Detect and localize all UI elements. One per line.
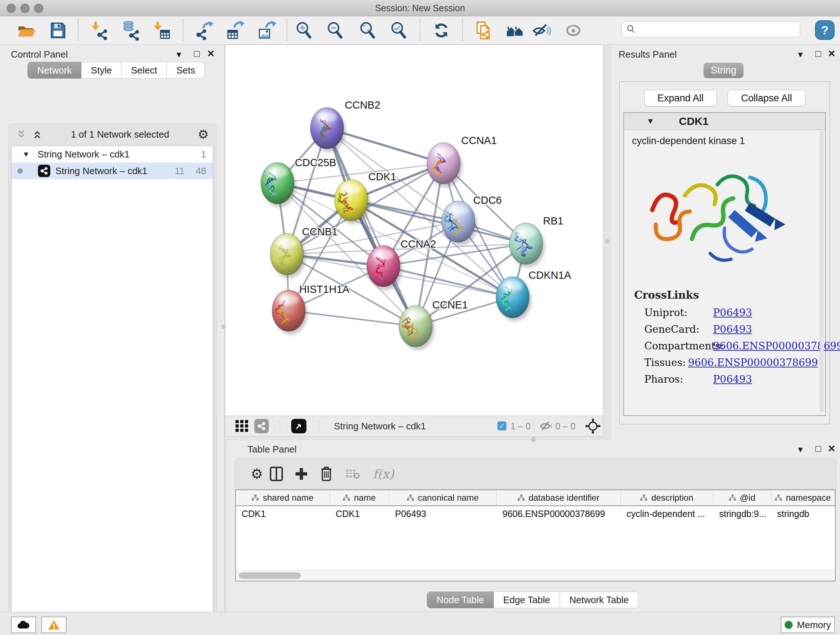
zoom-in-button[interactable] xyxy=(294,20,314,41)
help-button[interactable]: ? xyxy=(815,20,835,40)
network-node-CCNB2[interactable] xyxy=(310,108,346,152)
column-header-canonical-name[interactable]: canonical name xyxy=(389,490,497,505)
expand-all-button[interactable]: Expand All xyxy=(644,90,717,106)
table-tab-network-table[interactable]: Network Table xyxy=(560,592,638,608)
refresh-view-button[interactable] xyxy=(431,20,452,41)
bottom-splitter-handle[interactable] xyxy=(531,437,536,442)
selected-checkbox-icon[interactable]: ✓ xyxy=(497,421,507,431)
network-view[interactable]: CCNB2CCNA1CDC25BCDK1CDC6RB1CCNB1CCNA2CDK… xyxy=(225,44,603,437)
panel-maximize-button[interactable]: □ xyxy=(194,49,200,58)
delete-column-trash-icon[interactable] xyxy=(320,466,346,481)
scrollbar-thumb[interactable] xyxy=(239,572,301,579)
clone-network-button[interactable] xyxy=(473,20,494,41)
column-header-description[interactable]: description xyxy=(621,490,714,505)
column-header--id[interactable]: @id xyxy=(714,490,771,505)
table-cell[interactable]: P06493 xyxy=(389,506,497,521)
import-network-file-button[interactable] xyxy=(88,20,110,41)
zoom-fit-button[interactable] xyxy=(357,20,378,41)
tab-style[interactable]: Style xyxy=(81,62,122,79)
tab-sets[interactable]: Sets xyxy=(167,62,205,79)
string-query-button[interactable] xyxy=(505,20,526,41)
panel-maximize-button[interactable]: □ xyxy=(815,49,821,58)
panel-maximize-button[interactable]: □ xyxy=(815,444,821,453)
warning-status-button[interactable] xyxy=(41,616,66,633)
results-tab-string[interactable]: String xyxy=(704,63,744,78)
section-collapse-arrow-icon[interactable]: ▼ xyxy=(646,117,654,126)
table-tab-edge-table[interactable]: Edge Table xyxy=(494,592,560,608)
panel-float-button[interactable]: ▾ xyxy=(798,50,803,59)
network-node-CCNA2[interactable] xyxy=(367,245,402,290)
search-input[interactable] xyxy=(636,24,796,35)
pan-crosshair-icon[interactable] xyxy=(585,418,601,434)
column-header-database-identifier[interactable]: database identifier xyxy=(497,490,621,505)
panel-close-button[interactable]: ✕ xyxy=(828,49,836,58)
network-node-CDC6[interactable] xyxy=(442,201,477,245)
panel-close-button[interactable]: ✕ xyxy=(828,444,836,453)
export-network-button[interactable] xyxy=(194,20,215,41)
network-node-CDKN1A[interactable] xyxy=(496,277,531,321)
hide-unhide-button[interactable] xyxy=(531,20,552,41)
network-canvas[interactable]: CCNB2CCNA1CDC25BCDK1CDC6RB1CCNB1CCNA2CDK… xyxy=(225,45,603,416)
panel-close-button[interactable]: ✕ xyxy=(207,49,215,58)
show-columns-icon[interactable] xyxy=(270,466,295,481)
column-header-namespace[interactable]: namespace xyxy=(771,490,835,505)
column-header-name[interactable]: name xyxy=(330,490,389,505)
expand-all-networks-icon[interactable] xyxy=(32,129,42,139)
table-options-gear-icon[interactable]: ⚙ xyxy=(244,466,270,482)
protein-section-header[interactable]: ▼ CDK1 xyxy=(624,113,825,130)
crosslink-link[interactable]: 9606.ENSP00000378699 xyxy=(688,356,818,369)
network-node-CCNA1[interactable] xyxy=(427,143,462,187)
network-node-CDK1[interactable] xyxy=(335,180,370,224)
table-horizontal-scrollbar[interactable] xyxy=(236,570,835,581)
network-options-gear-icon[interactable]: ⚙ xyxy=(198,127,209,141)
delete-table-icon[interactable] xyxy=(346,469,371,479)
save-session-button[interactable] xyxy=(47,20,68,41)
crosslink-link[interactable]: P06493 xyxy=(713,323,752,335)
table-tab-node-table[interactable]: Node Table xyxy=(427,592,494,608)
table-cell[interactable]: CDK1 xyxy=(236,506,330,521)
cloud-status-button[interactable] xyxy=(11,616,36,633)
import-table-file-button[interactable] xyxy=(151,20,172,41)
network-node-RB1[interactable] xyxy=(509,223,545,268)
open-session-button[interactable] xyxy=(16,20,36,41)
graphics-details-button[interactable] xyxy=(563,20,584,41)
zoom-out-button[interactable] xyxy=(325,20,346,41)
results-scrollbar[interactable] xyxy=(820,131,824,412)
table-cell[interactable]: stringdb:9... xyxy=(714,506,771,521)
network-grid-view-icon[interactable] xyxy=(235,420,248,432)
create-column-plus-icon[interactable] xyxy=(295,467,320,480)
column-header-shared-name[interactable]: shared name xyxy=(236,490,330,505)
panel-float-button[interactable]: ▾ xyxy=(798,445,803,454)
crosslink-link[interactable]: P06493 xyxy=(713,373,752,385)
zoom-selected-button[interactable] xyxy=(388,20,409,41)
table-row[interactable]: CDK1CDK1P064939606.ENSP00000378699cyclin… xyxy=(236,506,835,521)
function-builder-icon[interactable]: f(x) xyxy=(371,467,396,481)
table-cell[interactable]: cyclin-dependent ... xyxy=(621,506,714,521)
network-node-HIST1H1A[interactable] xyxy=(272,290,308,334)
tab-network[interactable]: Network xyxy=(27,62,81,79)
detach-view-icon[interactable] xyxy=(291,419,306,433)
network-edge-HIST1H1A-CCNE1[interactable] xyxy=(289,310,416,326)
network-collection-row[interactable]: ▼ String Network – cdk1 1 xyxy=(11,146,213,163)
network-row-selected[interactable]: String Network – cdk1 11 48 xyxy=(11,163,213,179)
network-birdseye-icon[interactable] xyxy=(254,419,269,433)
export-image-button[interactable] xyxy=(256,20,277,41)
crosslink-link[interactable]: P06493 xyxy=(713,307,752,318)
search-field[interactable] xyxy=(622,21,800,37)
hidden-eye-slash-icon[interactable] xyxy=(539,421,553,432)
import-network-database-button[interactable] xyxy=(120,20,141,41)
left-splitter-handle[interactable] xyxy=(221,325,226,329)
export-table-button[interactable] xyxy=(225,20,246,41)
collapse-all-networks-icon[interactable] xyxy=(16,129,27,139)
panel-float-button[interactable]: ▾ xyxy=(177,50,181,59)
collapse-all-button[interactable]: Collapse All xyxy=(728,90,806,106)
memory-button[interactable]: Memory xyxy=(781,616,835,633)
network-node-CCNB1[interactable] xyxy=(270,233,306,278)
network-node-CCNE1[interactable] xyxy=(399,306,434,350)
table-cell[interactable]: CDK1 xyxy=(330,506,389,521)
table-cell[interactable]: stringdb xyxy=(771,506,835,521)
collection-expand-arrow-icon[interactable]: ▼ xyxy=(22,150,30,158)
tab-select[interactable]: Select xyxy=(122,62,167,79)
network-edge-CCNB2-CCNE1[interactable] xyxy=(327,128,416,326)
table-cell[interactable]: 9606.ENSP00000378699 xyxy=(497,506,621,521)
